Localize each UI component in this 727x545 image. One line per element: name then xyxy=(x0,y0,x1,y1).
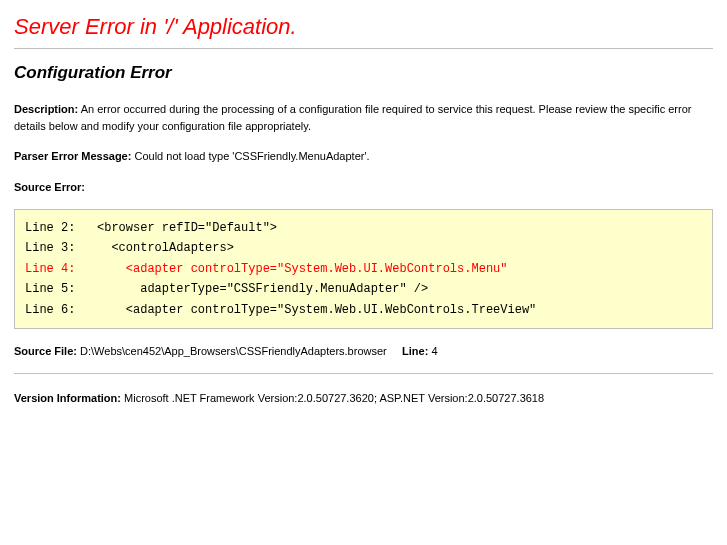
parser-error-paragraph: Parser Error Message: Could not load typ… xyxy=(14,148,713,165)
server-error-heading: Server Error in '/' Application. xyxy=(14,14,713,40)
parser-error-label: Parser Error Message: xyxy=(14,150,131,162)
description-text: An error occurred during the processing … xyxy=(14,103,691,132)
version-paragraph: Version Information: Microsoft .NET Fram… xyxy=(14,392,713,404)
code-line: Line 2: <browser refID="Default"> xyxy=(25,221,277,235)
source-file-text: D:\Webs\cen452\App_Browsers\CSSFriendlyA… xyxy=(80,345,387,357)
code-line: Line 6: <adapter controlType="System.Web… xyxy=(25,303,536,317)
source-error-label-paragraph: Source Error: xyxy=(14,179,713,196)
source-line-no: 4 xyxy=(431,345,437,357)
divider-bottom xyxy=(14,373,713,374)
code-line: Line 5: adapterType="CSSFriendly.MenuAda… xyxy=(25,282,428,296)
version-label: Version Information: xyxy=(14,392,121,404)
source-file-label: Source File: xyxy=(14,345,77,357)
code-line: Line 4: <adapter controlType="System.Web… xyxy=(25,262,507,276)
source-error-label: Source Error: xyxy=(14,181,85,193)
version-text: Microsoft .NET Framework Version:2.0.507… xyxy=(124,392,544,404)
divider-top xyxy=(14,48,713,49)
source-file-paragraph: Source File: D:\Webs\cen452\App_Browsers… xyxy=(14,343,713,360)
parser-error-text: Could not load type 'CSSFriendly.MenuAda… xyxy=(134,150,369,162)
source-code-block: Line 2: <browser refID="Default"> Line 3… xyxy=(14,209,713,329)
code-line: Line 3: <controlAdapters> xyxy=(25,241,234,255)
source-line-label: Line: xyxy=(402,345,428,357)
description-label: Description: xyxy=(14,103,78,115)
config-error-heading: Configuration Error xyxy=(14,63,713,83)
description-paragraph: Description: An error occurred during th… xyxy=(14,101,713,134)
